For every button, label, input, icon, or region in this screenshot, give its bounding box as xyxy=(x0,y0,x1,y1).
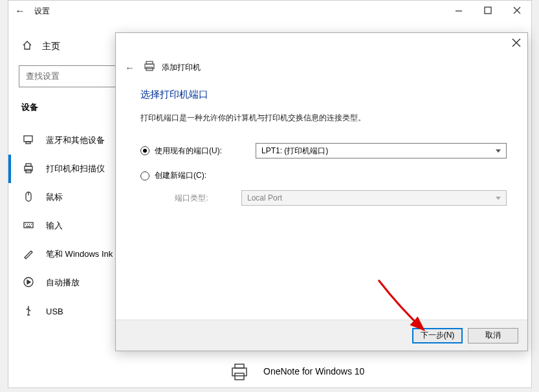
next-button[interactable]: 下一步(N) xyxy=(412,328,463,343)
svg-rect-1 xyxy=(485,7,491,14)
svg-rect-19 xyxy=(235,364,244,368)
window-title: 设置 xyxy=(34,6,50,17)
add-printer-dialog: ← 添加打印机 选择打印机端口 打印机端口是一种允许你的计算机与打印机交换信息的… xyxy=(115,32,528,351)
printer-list-item[interactable]: OneNote for Windows 10 xyxy=(222,350,526,392)
home-label: 主页 xyxy=(42,41,60,52)
port-type-label: 端口类型: xyxy=(155,193,241,204)
radio-create-new[interactable] xyxy=(140,171,149,180)
svg-rect-24 xyxy=(146,61,153,64)
mouse-icon xyxy=(23,191,34,204)
option-create-new[interactable]: 创建新端口(C): xyxy=(140,170,507,181)
svg-rect-4 xyxy=(24,136,32,142)
maximize-icon xyxy=(482,5,494,17)
dialog-title: 选择打印机端口 xyxy=(140,89,507,101)
autoplay-icon xyxy=(23,276,34,290)
sidebar-item-label: USB xyxy=(46,307,63,316)
sidebar-item-label: 蓝牙和其他设备 xyxy=(46,135,105,146)
svg-rect-18 xyxy=(232,368,247,376)
home-icon xyxy=(21,39,33,54)
sidebar-item-label: 鼠标 xyxy=(46,191,63,203)
usb-icon xyxy=(23,305,34,318)
dialog-back-button[interactable]: ← xyxy=(122,61,137,74)
maximize-button[interactable] xyxy=(473,1,502,21)
pen-icon xyxy=(23,248,34,261)
radio-use-existing[interactable] xyxy=(140,146,149,155)
option-label-create: 创建新端口(C): xyxy=(155,170,256,181)
printer-header-icon xyxy=(144,60,155,74)
cancel-button[interactable]: 取消 xyxy=(468,328,518,343)
option-label-existing: 使用现有的端口(U): xyxy=(155,146,256,157)
port-select[interactable]: LPT1: (打印机端口) xyxy=(256,143,507,158)
option-use-existing[interactable]: 使用现有的端口(U): LPT1: (打印机端口) xyxy=(140,143,507,158)
svg-rect-5 xyxy=(26,142,30,144)
svg-rect-20 xyxy=(235,373,244,380)
content-area: OneNote for Windows 10 xyxy=(222,350,526,392)
titlebar: ← 设置 xyxy=(8,1,531,21)
keyboard-icon xyxy=(23,219,34,233)
dialog-description: 打印机端口是一种允许你的计算机与打印机交换信息的连接类型。 xyxy=(140,113,507,124)
svg-rect-7 xyxy=(26,164,31,166)
sidebar-item-label: 输入 xyxy=(46,220,63,232)
close-icon xyxy=(511,5,523,17)
bluetooth-icon xyxy=(23,134,34,147)
dialog-body: 选择打印机端口 打印机端口是一种允许你的计算机与打印机交换信息的连接类型。 使用… xyxy=(116,74,527,206)
printer-item-icon xyxy=(228,360,250,382)
sidebar-item-label: 自动播放 xyxy=(46,277,80,289)
port-type-value: Local Port xyxy=(247,193,282,202)
sidebar-item-label: 打印机和扫描仪 xyxy=(46,163,105,175)
port-type-select: Local Port xyxy=(241,190,507,206)
minimize-button[interactable] xyxy=(444,1,473,21)
dialog-breadcrumb: 添加打印机 xyxy=(162,62,201,73)
close-window-button[interactable] xyxy=(502,1,531,21)
minimize-icon xyxy=(453,5,465,17)
svg-rect-11 xyxy=(24,223,33,228)
port-type-row: 端口类型: Local Port xyxy=(155,190,507,206)
back-button[interactable]: ← xyxy=(15,5,34,17)
printer-item-label: OneNote for Windows 10 xyxy=(263,366,364,376)
dialog-close-button[interactable] xyxy=(512,38,521,50)
sidebar-item-label: 笔和 Windows Ink xyxy=(46,248,113,260)
port-select-value: LPT1: (打印机端口) xyxy=(261,146,328,157)
printer-icon xyxy=(23,162,34,176)
dialog-header: ← 添加打印机 xyxy=(116,33,527,74)
dialog-footer: 下一步(N) 取消 xyxy=(116,320,527,351)
search-placeholder: 查找设置 xyxy=(26,71,60,82)
